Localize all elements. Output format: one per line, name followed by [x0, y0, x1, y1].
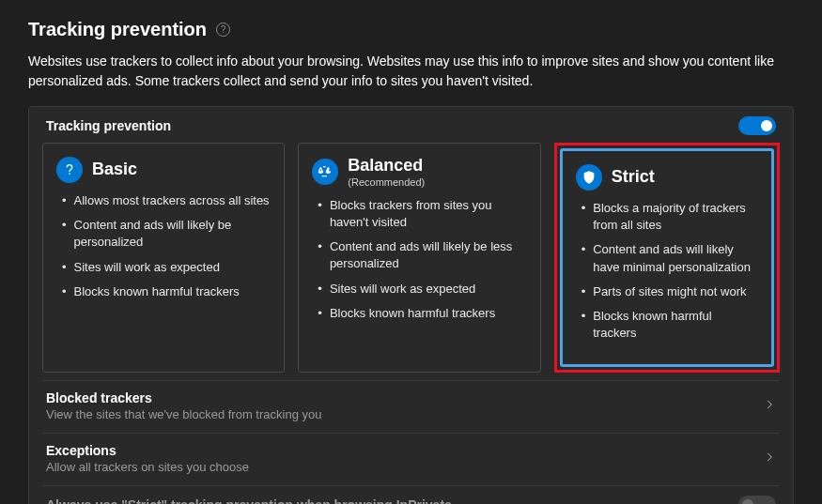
- level-card-balanced[interactable]: Balanced (Recommended) Blocks trackers f…: [298, 143, 540, 373]
- card-bullets: Blocks a majority of trackers from all s…: [576, 200, 758, 342]
- panel-header: Tracking prevention: [42, 107, 780, 143]
- card-head: Balanced (Recommended): [312, 157, 526, 188]
- blocked-trackers-row[interactable]: Blocked trackers View the sites that we'…: [42, 380, 780, 433]
- card-bullet: Content and ads will likely be personali…: [60, 217, 271, 251]
- card-bullet: Sites will work as expected: [60, 259, 271, 276]
- strict-icon: [576, 164, 602, 191]
- row-subtitle: Allow all trackers on sites you choose: [46, 460, 249, 474]
- card-bullet: Blocks known harmful trackers: [60, 283, 271, 300]
- card-bullet: Allows most trackers across all sites: [60, 192, 271, 209]
- card-bullet: Blocks known harmful trackers: [316, 305, 526, 322]
- row-title: Blocked trackers: [46, 390, 321, 405]
- card-title: Strict: [612, 168, 655, 187]
- card-subtitle: (Recommended): [348, 176, 425, 188]
- chevron-right-icon: [763, 398, 776, 414]
- inprivate-strict-toggle[interactable]: [738, 496, 776, 504]
- card-bullet: Sites will work as expected: [316, 281, 526, 298]
- card-bullet: Blocks trackers from sites you haven't v…: [316, 197, 526, 231]
- help-icon[interactable]: ?: [216, 23, 230, 37]
- annotation-highlight: Strict Blocks a majority of trackers fro…: [554, 143, 780, 373]
- level-card-basic[interactable]: Basic Allows most trackers across all si…: [42, 143, 285, 373]
- level-card-strict[interactable]: Strict Blocks a majority of trackers fro…: [560, 148, 774, 367]
- card-bullet: Content and ads will likely be less pers…: [316, 238, 526, 272]
- page-header: Tracking prevention ?: [28, 19, 794, 40]
- exceptions-row[interactable]: Exceptions Allow all trackers on sites y…: [42, 433, 780, 485]
- row-title: Always use "Strict" tracking prevention …: [46, 497, 452, 504]
- card-bullet: Parts of sites might not work: [580, 283, 758, 300]
- basic-icon: [56, 157, 83, 183]
- card-head: Strict: [576, 164, 758, 191]
- inprivate-strict-row: Always use "Strict" tracking prevention …: [42, 485, 780, 504]
- card-bullet: Blocks known harmful trackers: [580, 308, 758, 342]
- card-bullet: Content and ads will likely have minimal…: [580, 241, 758, 275]
- chevron-right-icon: [763, 451, 776, 466]
- tracking-prevention-panel: Tracking prevention Basic Allows most tr…: [28, 106, 794, 504]
- card-head: Basic: [56, 157, 271, 183]
- page-description: Websites use trackers to collect info ab…: [28, 52, 794, 91]
- card-bullet: Blocks a majority of trackers from all s…: [580, 200, 758, 234]
- row-title: Exceptions: [46, 443, 249, 458]
- card-title: Basic: [92, 160, 137, 179]
- card-title: Balanced: [348, 157, 425, 176]
- tracking-prevention-toggle[interactable]: [738, 116, 776, 135]
- page-title: Tracking prevention: [28, 19, 207, 40]
- level-cards: Basic Allows most trackers across all si…: [42, 143, 780, 373]
- panel-title: Tracking prevention: [46, 118, 171, 133]
- balanced-icon: [312, 159, 338, 185]
- row-subtitle: View the sites that we've blocked from t…: [46, 407, 321, 421]
- card-bullets: Blocks trackers from sites you haven't v…: [312, 197, 526, 322]
- card-bullets: Allows most trackers across all sites Co…: [56, 192, 271, 300]
